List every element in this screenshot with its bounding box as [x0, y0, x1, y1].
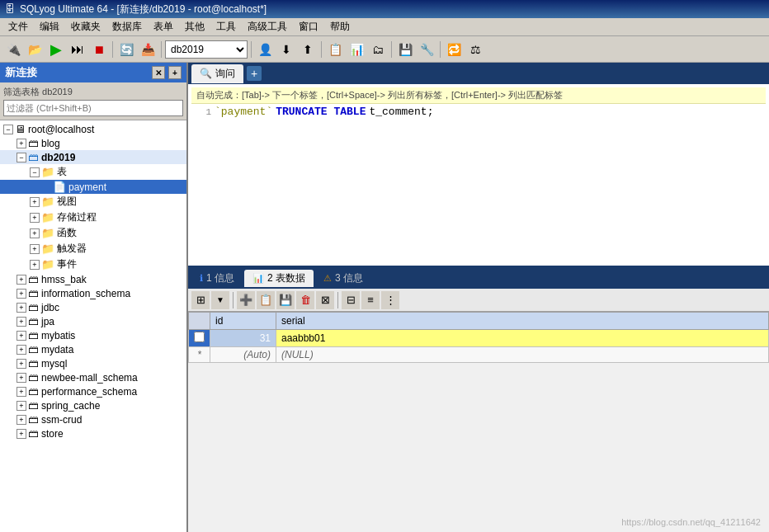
expander-funcs[interactable]: + — [30, 228, 40, 238]
tree-item-ssmcrud[interactable]: + 🗃 ssm-crud — [0, 412, 186, 426]
tree-item-hmss[interactable]: + 🗃 hmss_bak — [0, 272, 186, 286]
fast-forward-btn[interactable]: ⏭ — [68, 40, 87, 59]
tree-item-perfschema[interactable]: + 🗃 performance_schema — [0, 384, 186, 398]
tree-item-springcache[interactable]: + 🗃 spring_cache — [0, 398, 186, 412]
expander-views[interactable]: + — [30, 197, 40, 207]
table-btn[interactable]: 📋 — [325, 40, 345, 59]
tree-item-payment[interactable]: 📄 payment — [0, 180, 186, 194]
row1-id[interactable]: 31 — [210, 330, 276, 347]
chart-btn[interactable]: 📊 — [347, 40, 366, 59]
tree-item-tables[interactable]: − 📁 表 — [0, 164, 186, 180]
tree-item-mydata[interactable]: + 🗃 mydata — [0, 342, 186, 356]
tree-item-triggers[interactable]: + 📁 触发器 — [0, 241, 186, 257]
schema-btn[interactable]: 🗂 — [368, 40, 388, 59]
compare-btn[interactable]: ⚖ — [465, 40, 485, 59]
sync-btn[interactable]: 🔁 — [444, 40, 464, 59]
filter-input[interactable] — [3, 100, 183, 116]
menu-table[interactable]: 表单 — [149, 18, 178, 35]
expander-blog[interactable]: + — [17, 139, 26, 148]
menu-advanced[interactable]: 高级工具 — [243, 18, 292, 35]
expander-springcache[interactable]: + — [17, 401, 26, 411]
expander-perfschema[interactable]: + — [17, 387, 26, 397]
refresh-btn[interactable]: 🔄 — [116, 40, 136, 59]
col-header-id[interactable]: id — [210, 313, 276, 330]
down-btn[interactable]: ⬇ — [276, 40, 296, 59]
close-panel-btn[interactable]: ✕ — [152, 66, 165, 79]
tree-item-db2019[interactable]: − 🗃 db2019 — [0, 150, 186, 164]
res-clear-btn[interactable]: ⊠ — [316, 291, 334, 309]
expander-db2019[interactable]: − — [17, 153, 26, 162]
restore-btn[interactable]: 🔧 — [417, 40, 436, 59]
backup-btn[interactable]: 💾 — [395, 40, 415, 59]
menu-help[interactable]: 帮助 — [325, 18, 355, 35]
open-btn[interactable]: 📂 — [25, 40, 45, 59]
row1-val[interactable]: aaabbb01 — [276, 330, 769, 347]
expander-root[interactable]: − — [3, 125, 13, 134]
menu-file[interactable]: 文件 — [3, 18, 33, 35]
tree-item-events[interactable]: + 📁 事件 — [0, 257, 186, 272]
menu-favorites[interactable]: 收藏夹 — [66, 18, 106, 35]
res-save-btn[interactable]: 💾 — [276, 291, 295, 309]
expander-newbee[interactable]: + — [17, 373, 26, 383]
table-row-1[interactable]: 31 aaabbb01 — [189, 330, 769, 347]
results-tab-info1[interactable]: ℹ 1 信息 — [191, 270, 243, 287]
res-col-view-btn[interactable]: ⋮ — [381, 291, 399, 309]
import-btn[interactable]: 📥 — [138, 40, 158, 59]
tree-item-procs[interactable]: + 📁 存储过程 — [0, 210, 186, 225]
title-icon: 🗄 — [5, 3, 15, 15]
tree-item-infoschema[interactable]: + 🗃 information_schema — [0, 286, 186, 300]
tree-item-views[interactable]: + 📁 视图 — [0, 194, 186, 210]
expander-store[interactable]: + — [17, 429, 26, 439]
expander-ssmcrud[interactable]: + — [17, 415, 26, 425]
tree-item-jdbc[interactable]: + 🗃 jdbc — [0, 300, 186, 314]
tree-item-funcs[interactable]: + 📁 函数 — [0, 225, 186, 241]
expander-hmss[interactable]: + — [17, 275, 26, 285]
db-selector[interactable]: db2019 — [165, 40, 248, 59]
expander-triggers[interactable]: + — [30, 244, 40, 254]
tree-item-newbee[interactable]: + 🗃 newbee-mall_schema — [0, 370, 186, 384]
row1-checkbox-input[interactable] — [194, 332, 205, 342]
menu-window[interactable]: 窗口 — [294, 18, 323, 35]
res-row-view-btn[interactable]: ≡ — [361, 291, 380, 309]
res-table-view-btn[interactable]: ⊟ — [342, 291, 360, 309]
expander-tables[interactable]: − — [30, 167, 40, 177]
results-tab-tabledata[interactable]: 📊 2 表数据 — [244, 270, 314, 287]
expander-mybatis[interactable]: + — [17, 331, 26, 341]
tree-item-mysql[interactable]: + 🗃 mysql — [0, 356, 186, 370]
tree-item-store[interactable]: + 🗃 store — [0, 426, 186, 440]
res-dropdown-btn[interactable]: ▼ — [211, 291, 229, 309]
table-row-new[interactable]: * (Auto) (NULL) — [189, 347, 769, 363]
expander-events[interactable]: + — [30, 260, 40, 270]
expander-jdbc[interactable]: + — [17, 303, 26, 313]
expander-mydata[interactable]: + — [17, 345, 26, 355]
stop-btn[interactable]: ⏹ — [89, 40, 109, 59]
res-add-btn[interactable]: ➕ — [237, 291, 255, 309]
expander-infoschema[interactable]: + — [17, 289, 26, 299]
add-panel-btn[interactable]: + — [168, 66, 182, 79]
expander-mysql[interactable]: + — [17, 359, 26, 369]
expander-jpa[interactable]: + — [17, 317, 26, 327]
user-btn[interactable]: 👤 — [255, 40, 275, 59]
tree-item-blog[interactable]: + 🗃 blog — [0, 136, 186, 150]
menu-database[interactable]: 数据库 — [107, 18, 147, 35]
query-tab[interactable]: 🔍 询问 — [191, 64, 243, 83]
tree-item-jpa[interactable]: + 🗃 jpa — [0, 314, 186, 328]
tree-item-root[interactable]: − 🖥 root@localhost — [0, 122, 186, 136]
expander-procs[interactable]: + — [30, 213, 40, 223]
row1-checkbox[interactable] — [189, 330, 210, 347]
add-query-tab-btn[interactable]: + — [247, 66, 262, 81]
up-btn[interactable]: ⬆ — [298, 40, 318, 59]
res-copy-btn[interactable]: 📋 — [257, 291, 275, 309]
run-btn[interactable]: ▶ — [46, 40, 66, 59]
query-editor[interactable]: 自动完成：[Tab]-> 下一个标签，[Ctrl+Space]-> 列出所有标签… — [188, 84, 769, 266]
menu-other[interactable]: 其他 — [180, 18, 210, 35]
menu-tools[interactable]: 工具 — [211, 18, 241, 35]
rownew-val: (NULL) — [276, 347, 769, 363]
results-tab-info3[interactable]: ⚠ 3 信息 — [315, 270, 371, 287]
menu-edit[interactable]: 编辑 — [35, 18, 64, 35]
tree-item-mybatis[interactable]: + 🗃 mybatis — [0, 328, 186, 342]
res-grid-btn[interactable]: ⊞ — [191, 291, 210, 309]
res-delete-btn[interactable]: 🗑 — [296, 291, 314, 309]
new-connection-btn[interactable]: 🔌 — [3, 40, 23, 59]
col-header-serial[interactable]: serial — [276, 313, 769, 330]
